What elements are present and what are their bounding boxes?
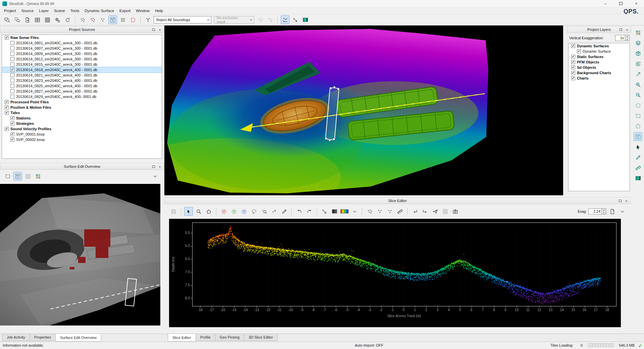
redo-icon[interactable] xyxy=(305,207,314,216)
reprocess-icon[interactable] xyxy=(63,15,72,24)
checkbox[interactable]: ✓ xyxy=(10,73,14,77)
menu-scene[interactable]: Scene xyxy=(51,8,68,13)
tab-properties[interactable]: Properties xyxy=(30,334,56,341)
checkbox[interactable]: ✓ xyxy=(571,76,575,80)
point-info-icon[interactable] xyxy=(280,207,288,216)
colormap-select-icon[interactable] xyxy=(340,207,349,216)
filter-tool-icon[interactable] xyxy=(144,15,152,24)
view-3d-icon[interactable] xyxy=(634,49,642,58)
next-slice-icon[interactable] xyxy=(421,207,429,216)
spin-down-icon[interactable]: ▼ xyxy=(625,38,629,41)
dot-flags-icon[interactable] xyxy=(385,207,394,216)
checkbox[interactable]: ✓ xyxy=(10,68,14,72)
checkbox[interactable]: ✓ xyxy=(10,95,14,99)
tree-item-20130614-0825-em2040c-wreck-400-0001-db[interactable]: ✓20130614_0825_em2040C_wreck_400 - 0001.… xyxy=(2,83,162,89)
color-range-icon[interactable] xyxy=(330,207,339,216)
tree-item-svp-00001-bsvp[interactable]: ✓SVP_00001.bsvp xyxy=(2,132,162,137)
measure-icon[interactable] xyxy=(395,207,404,216)
checkbox[interactable]: ✓ xyxy=(10,57,14,61)
close-panel-icon[interactable]: × xyxy=(625,27,630,32)
select-brush-icon[interactable] xyxy=(239,207,248,216)
processing-settings-icon[interactable] xyxy=(53,15,62,24)
tile-colors-icon[interactable] xyxy=(34,172,42,181)
tree-item-charts[interactable]: ✓Charts xyxy=(569,76,630,81)
select-region-icon[interactable] xyxy=(3,172,12,181)
zoom-extents-icon[interactable] xyxy=(204,207,213,216)
checkbox[interactable]: ✓ xyxy=(10,84,14,88)
close-button[interactable]: × xyxy=(629,0,644,7)
tree-item-svp-00002-bsvp[interactable]: ✓SVP_00002.bsvp xyxy=(2,137,162,142)
zoom-in-icon[interactable] xyxy=(634,80,642,89)
tree-item-raw-sonar-files[interactable]: ✓Raw Sonar Files xyxy=(2,35,162,40)
scene-3d-view[interactable] xyxy=(164,26,563,195)
menu-tools[interactable]: Tools xyxy=(68,8,82,13)
colormap-dropdown-icon[interactable] xyxy=(350,207,359,216)
tab-job-activity[interactable]: Job Activity xyxy=(2,334,30,341)
dot-filter-icon[interactable] xyxy=(375,207,384,216)
tree-item-20130614-0818-em2040c-wreck-400-0001-db[interactable]: ✓20130614_0818_em2040C_wreck_400 - 0001.… xyxy=(2,67,162,72)
checkbox[interactable]: ✓ xyxy=(10,138,14,142)
tree-item-background-charts[interactable]: ✓Background Charts xyxy=(569,70,630,76)
checkbox[interactable]: ✓ xyxy=(5,105,9,109)
checkbox[interactable]: ✓ xyxy=(10,89,14,93)
slice-edit-tool-icon[interactable] xyxy=(108,15,117,24)
autoplay-icon[interactable] xyxy=(431,207,439,216)
tree-item-20130614-0815-em2040c-wreck-300-0001-db[interactable]: ✓20130614_0815_em2040C_wreck_300 - 0001.… xyxy=(2,62,162,67)
color-scale-icon[interactable] xyxy=(301,15,310,24)
point-add-icon[interactable] xyxy=(270,207,278,216)
measure-tool-icon[interactable] xyxy=(634,163,642,172)
spin-up-icon[interactable]: ▲ xyxy=(602,209,606,211)
point-arrow-icon[interactable] xyxy=(320,207,329,216)
float-panel-icon[interactable] xyxy=(618,198,623,203)
reject-brush-icon[interactable] xyxy=(219,207,228,216)
zoom-select-icon[interactable] xyxy=(13,15,21,24)
checkbox[interactable]: ✓ xyxy=(571,60,575,64)
rotate-view-icon[interactable] xyxy=(634,59,642,68)
close-panel-icon[interactable]: × xyxy=(157,27,162,32)
undo-icon[interactable] xyxy=(295,207,304,216)
select-cursor-icon[interactable] xyxy=(184,207,193,216)
tree-item-20130614-0807-em2040c-wreck-300-0001-db[interactable]: ✓20130614_0807_em2040C_wreck_300 - 0001.… xyxy=(2,46,162,51)
menu-export[interactable]: Export xyxy=(117,8,133,13)
select-rect-icon[interactable] xyxy=(634,111,642,120)
soundings-reject-icon[interactable] xyxy=(88,15,97,24)
checkbox[interactable]: ✓ xyxy=(10,52,14,56)
lasso-select-icon[interactable] xyxy=(250,207,258,216)
spin-down-icon[interactable]: ▼ xyxy=(602,211,606,214)
menu-window[interactable]: Window xyxy=(133,8,152,13)
checkbox[interactable]: ✓ xyxy=(5,100,9,104)
tree-item-stations[interactable]: ✓Stations xyxy=(2,115,162,121)
snapshot-icon[interactable] xyxy=(451,207,460,216)
tree-item-20130614-0827-em2040c-wreck-400-0001-db[interactable]: ✓20130614_0827_em2040C_wreck_400 - 0001.… xyxy=(2,89,162,94)
tab-profile[interactable]: Profile xyxy=(196,334,215,341)
checkbox[interactable]: ✓ xyxy=(571,65,575,69)
pick-tool-icon[interactable] xyxy=(634,143,642,151)
dot-size-icon[interactable] xyxy=(365,207,374,216)
close-panel-icon[interactable]: × xyxy=(624,198,629,203)
minimize-button[interactable]: – xyxy=(598,0,613,7)
tree-item-dynamic-surface[interactable]: ✓Dynamic Surface xyxy=(569,49,630,54)
point-grid-icon[interactable] xyxy=(118,15,127,24)
annotate-icon[interactable] xyxy=(634,153,642,162)
grid-surface-icon[interactable] xyxy=(43,15,52,24)
menu-project[interactable]: Project xyxy=(1,8,19,13)
tree-item-dynamic-surfaces[interactable]: ✓Dynamic Surfaces xyxy=(569,43,630,49)
point-arrow-icon[interactable] xyxy=(291,15,300,24)
checkbox[interactable]: ✓ xyxy=(571,55,575,59)
select-polygon-icon[interactable] xyxy=(634,122,642,131)
tab-geo-picking[interactable]: Geo Picking xyxy=(215,334,244,341)
report-page-icon[interactable] xyxy=(608,207,616,216)
reject-soundings-combo[interactable]: Reject All Soundings ▼ xyxy=(154,16,211,23)
float-panel-icon[interactable] xyxy=(618,27,623,32)
checkbox[interactable]: ✓ xyxy=(10,79,14,83)
point-display-icon[interactable] xyxy=(281,15,289,24)
zoom-tool-icon[interactable] xyxy=(194,207,203,216)
tree-item-20130614-0829-em2040c-wreck-400-0001-db[interactable]: ✓20130614_0829_em2040C_wreck_400- 0001.d… xyxy=(2,94,162,99)
vertical-exaggeration-stepper[interactable]: 1x ▲▼ xyxy=(615,35,630,41)
tree-item-pfm-objects[interactable]: ✓PFM Objects xyxy=(569,59,630,65)
reject-polygon-icon[interactable] xyxy=(128,15,137,24)
tab-3d-slice-editor[interactable]: 3D Slice Editor xyxy=(244,334,278,341)
checkbox[interactable]: ✓ xyxy=(10,62,14,66)
export-points-icon[interactable] xyxy=(23,15,32,24)
tree-item-sound-velocity-profiles[interactable]: ✓Sound Velocity Profiles xyxy=(2,126,162,132)
